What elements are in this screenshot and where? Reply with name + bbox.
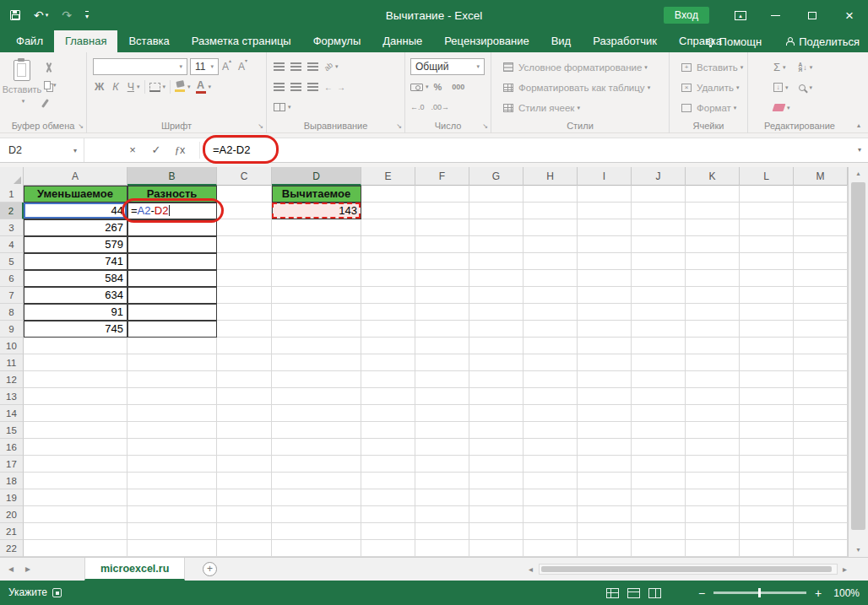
cell-E18[interactable] [361, 473, 415, 489]
cell-I9[interactable] [578, 321, 632, 338]
enter-button[interactable]: ✓ [145, 138, 167, 162]
cell-E15[interactable] [361, 422, 415, 439]
cell-H10[interactable] [524, 338, 578, 354]
cell-F2[interactable] [415, 203, 469, 219]
view-page-break-button[interactable] [648, 588, 661, 598]
cell-A12[interactable] [24, 371, 127, 388]
cell-M1[interactable] [794, 186, 848, 203]
cell-L3[interactable] [740, 219, 794, 236]
vertical-scrollbar[interactable]: ▴ ▾ [848, 167, 868, 557]
cell-A10[interactable] [24, 338, 127, 354]
maximize-button[interactable] [794, 0, 831, 30]
cell-F3[interactable] [415, 219, 469, 236]
cell-D10[interactable] [272, 338, 361, 354]
find-select-button[interactable]: ▾ [799, 78, 813, 96]
tab-view[interactable]: Вид [540, 30, 583, 52]
tab-page-layout[interactable]: Разметка страницы [181, 30, 302, 52]
row-header-21[interactable]: 21 [0, 523, 24, 540]
cancel-button[interactable]: × [122, 138, 144, 162]
cell-I2[interactable] [578, 203, 632, 219]
cell-K6[interactable] [686, 270, 740, 287]
cell-L4[interactable] [740, 236, 794, 253]
scroll-up-arrow[interactable]: ▴ [849, 167, 868, 181]
cell-C13[interactable] [217, 388, 272, 405]
tab-formulas[interactable]: Формулы [302, 30, 372, 52]
cell-K1[interactable] [686, 186, 740, 203]
cell-M20[interactable] [794, 506, 848, 523]
cell-G9[interactable] [469, 321, 524, 338]
cell-I1[interactable] [578, 186, 632, 203]
cell-L19[interactable] [740, 489, 794, 506]
cell-H8[interactable] [524, 304, 578, 321]
cell-G15[interactable] [469, 422, 524, 439]
cell-L8[interactable] [740, 304, 794, 321]
cell-styles-button[interactable]: Стили ячеек▾ [491, 99, 669, 116]
column-header-I[interactable]: I [578, 167, 632, 186]
cell-G11[interactable] [469, 354, 524, 371]
merge-center-icon[interactable] [274, 103, 285, 111]
cell-J18[interactable] [632, 473, 686, 489]
cell-L6[interactable] [740, 270, 794, 287]
cell-B13[interactable] [127, 388, 217, 405]
cell-A6[interactable]: 584 [24, 270, 127, 287]
zoom-out-button[interactable]: − [698, 587, 705, 599]
cell-B2[interactable]: =A2-D2 [127, 203, 217, 219]
cell-D15[interactable] [272, 422, 361, 439]
format-cells-button[interactable]: Формат▾ [670, 99, 747, 116]
cell-C12[interactable] [217, 371, 272, 388]
cell-F12[interactable] [415, 371, 469, 388]
cell-C5[interactable] [217, 253, 272, 270]
cell-C20[interactable] [217, 506, 272, 523]
cell-L20[interactable] [740, 506, 794, 523]
column-header-J[interactable]: J [632, 167, 686, 186]
number-format-select[interactable]: Общий▾ [410, 58, 485, 75]
borders-dropdown-arrow[interactable]: ▾ [163, 84, 166, 90]
increase-font-size-button[interactable]: А▴ [222, 61, 231, 73]
cell-D6[interactable] [272, 270, 361, 287]
cell-E16[interactable] [361, 439, 415, 456]
cell-K8[interactable] [686, 304, 740, 321]
cell-F15[interactable] [415, 422, 469, 439]
cell-C21[interactable] [217, 523, 272, 540]
insert-function-button[interactable]: ƒx [169, 138, 191, 162]
italic-button[interactable]: К [112, 82, 118, 93]
cell-D22[interactable] [272, 540, 361, 557]
cell-J10[interactable] [632, 338, 686, 354]
bold-button[interactable]: Ж [95, 82, 104, 93]
cell-E3[interactable] [361, 219, 415, 236]
cell-L9[interactable] [740, 321, 794, 338]
column-header-D[interactable]: D [272, 167, 361, 186]
cell-J21[interactable] [632, 523, 686, 540]
cell-A7[interactable]: 634 [24, 287, 127, 304]
cell-F1[interactable] [415, 186, 469, 203]
cell-F22[interactable] [415, 540, 469, 557]
cell-C9[interactable] [217, 321, 272, 338]
cell-J2[interactable] [632, 203, 686, 219]
macro-record-button[interactable] [52, 588, 62, 597]
cell-K15[interactable] [686, 422, 740, 439]
cell-E9[interactable] [361, 321, 415, 338]
cell-H13[interactable] [524, 388, 578, 405]
column-header-C[interactable]: C [217, 167, 272, 186]
row-header-7[interactable]: 7 [0, 287, 24, 304]
cell-H15[interactable] [524, 422, 578, 439]
row-header-8[interactable]: 8 [0, 304, 24, 321]
cell-H2[interactable] [524, 203, 578, 219]
cell-B9[interactable] [127, 321, 217, 338]
cell-D19[interactable] [272, 489, 361, 506]
cell-B14[interactable] [127, 405, 217, 422]
tab-file[interactable]: Файл [5, 30, 54, 52]
cell-I21[interactable] [578, 523, 632, 540]
cell-K20[interactable] [686, 506, 740, 523]
horizontal-scrollbar-thumb[interactable] [541, 566, 832, 572]
cell-J6[interactable] [632, 270, 686, 287]
cell-B12[interactable] [127, 371, 217, 388]
cell-B3[interactable] [127, 219, 217, 236]
cell-J15[interactable] [632, 422, 686, 439]
column-header-B[interactable]: B [127, 167, 217, 186]
autosum-button[interactable]: Σ▾ [773, 58, 790, 76]
cell-I14[interactable] [578, 405, 632, 422]
cell-D1[interactable]: Вычитаемое [272, 186, 361, 203]
row-header-9[interactable]: 9 [0, 321, 24, 338]
cell-K13[interactable] [686, 388, 740, 405]
